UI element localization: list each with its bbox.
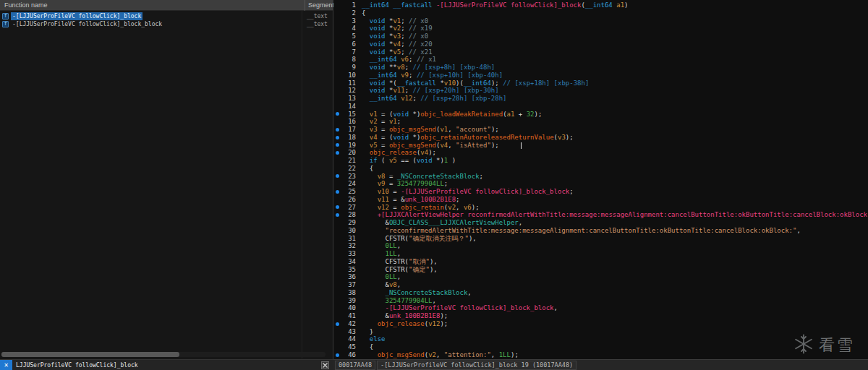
code-line[interactable]: 6 void *v4; // x20	[333, 40, 868, 48]
code-line[interactable]: 23 v8 = _NSConcreteStackBlock;	[333, 173, 868, 181]
code-line[interactable]: 19 v5 = objc_msgSend(v4, "isAtted");	[333, 142, 868, 150]
code-line[interactable]: 13 __int64 v12; // [xsp+28h] [xbp-28h]	[333, 95, 868, 103]
code-line[interactable]: 5 void *v3; // x0	[333, 33, 868, 40]
breakpoint-gutter[interactable]	[333, 40, 343, 48]
filter-input[interactable]: LJJUSerProfileVC followClick]_block	[12, 362, 321, 369]
breakpoint-dot[interactable]	[333, 142, 343, 150]
code-line[interactable]: 41 &unk_100B2B1E8);	[333, 312, 868, 320]
breakpoint-gutter[interactable]	[333, 258, 343, 266]
code-line[interactable]: 10 __int64 v9; // [xsp+10h] [xbp-40h]	[333, 72, 868, 79]
breakpoint-gutter[interactable]	[333, 48, 343, 56]
breakpoint-gutter[interactable]	[333, 273, 343, 281]
code-line[interactable]: 17 v3 = objc_msgSend(v1, "account");	[333, 126, 868, 134]
breakpoint-gutter[interactable]	[333, 118, 343, 126]
code-line[interactable]: 9 void **v8; // [xsp+8h] [xbp-48h]	[333, 64, 868, 72]
breakpoint-gutter[interactable]	[333, 242, 343, 250]
breakpoint-dot[interactable]	[333, 204, 343, 212]
breakpoint-gutter[interactable]	[333, 103, 343, 111]
breakpoint-gutter[interactable]	[333, 196, 343, 204]
code-line[interactable]: 25 v10 = -[LJJUSerProfileVC followClick]…	[333, 188, 868, 196]
breakpoint-dot[interactable]	[333, 173, 343, 181]
breakpoint-dot[interactable]	[333, 111, 343, 119]
code-line[interactable]: 3 void *v1; // x0	[333, 17, 868, 25]
breakpoint-gutter[interactable]	[333, 304, 343, 312]
breakpoint-gutter[interactable]	[333, 227, 343, 235]
breakpoint-gutter[interactable]	[333, 289, 343, 297]
breakpoint-gutter[interactable]	[333, 335, 343, 343]
code-line[interactable]: 36 0LL,	[333, 273, 868, 281]
breakpoint-gutter[interactable]	[333, 17, 343, 25]
breakpoint-dot[interactable]	[333, 188, 343, 196]
code-line[interactable]: 35 CFSTR("确定"),	[333, 266, 868, 274]
code-line[interactable]: 34 CFSTR("取消"),	[333, 258, 868, 266]
breakpoint-gutter[interactable]	[333, 250, 343, 258]
breakpoint-gutter[interactable]	[333, 328, 343, 336]
code-line[interactable]: 11 void *(__fastcall *v10)(__int64); // …	[333, 79, 868, 87]
breakpoint-dot[interactable]	[333, 211, 343, 219]
breakpoint-gutter[interactable]	[333, 33, 343, 40]
code-line[interactable]: 1__int64 __fastcall -[LJJUSerProFileVC f…	[333, 1, 868, 9]
code-line[interactable]: 32 0LL,	[333, 242, 868, 250]
breakpoint-gutter[interactable]	[333, 219, 343, 227]
filter-close-button[interactable]: ✕	[0, 360, 12, 370]
breakpoint-gutter[interactable]	[333, 9, 343, 17]
code-line[interactable]: 44 else	[333, 335, 868, 343]
code-line[interactable]: 24 v9 = 3254779904LL;	[333, 180, 868, 188]
breakpoint-gutter[interactable]	[333, 87, 343, 95]
code-line[interactable]: 33 1LL,	[333, 250, 868, 258]
function-list-item[interactable]: f-[LJJUSerProFileVC followClick]_block__…	[0, 12, 333, 20]
code-line[interactable]: 20 objc_release(v4);	[333, 149, 868, 157]
code-line[interactable]: 45 {	[333, 343, 868, 351]
breakpoint-gutter[interactable]	[333, 95, 343, 103]
code-line[interactable]: 29 &OBJC_CLASS___LJJXCAlertViewHelper,	[333, 219, 868, 227]
breakpoint-gutter[interactable]	[333, 72, 343, 79]
code-line[interactable]: 38 _NSConcreteStackBlock,	[333, 289, 868, 297]
code-line[interactable]: 40 -[LJJUSerProfileVC followClick]_block…	[333, 304, 868, 312]
filter-options-icon[interactable]	[321, 361, 331, 369]
breakpoint-gutter[interactable]	[333, 56, 343, 64]
breakpoint-dot[interactable]	[333, 351, 343, 359]
breakpoint-gutter[interactable]	[333, 312, 343, 320]
code-line[interactable]: 14	[333, 103, 868, 111]
breakpoint-gutter[interactable]	[333, 1, 343, 9]
code-line[interactable]: 8 __int64 v6; // x1	[333, 56, 868, 64]
breakpoint-gutter[interactable]	[333, 266, 343, 274]
breakpoint-gutter[interactable]	[333, 281, 343, 289]
code-line[interactable]: 12 void *v11; // [xsp+20h] [xbp-30h]	[333, 87, 868, 95]
code-line[interactable]: 21 if ( v5 == (void *)1 )	[333, 157, 868, 165]
breakpoint-dot[interactable]	[333, 320, 343, 328]
code-line[interactable]: 39 3254779904LL,	[333, 297, 868, 305]
code-line[interactable]: 46 objc_msgSend(v2, "attention:", 1LL);	[333, 351, 868, 359]
code-line[interactable]: 7 void *v5; // x21	[333, 48, 868, 56]
breakpoint-gutter[interactable]	[333, 180, 343, 188]
breakpoint-gutter[interactable]	[333, 165, 343, 173]
breakpoint-gutter[interactable]	[333, 64, 343, 72]
breakpoint-gutter[interactable]	[333, 235, 343, 243]
horizontal-scrollbar[interactable]	[1, 352, 326, 357]
code-line[interactable]: 26 v11 = &unk_100B2B1E8;	[333, 196, 868, 204]
code-line[interactable]: 37 &v8,	[333, 281, 868, 289]
pseudocode-view[interactable]: 1__int64 __fastcall -[LJJUSerProFileVC f…	[333, 0, 868, 359]
breakpoint-dot[interactable]	[333, 149, 343, 157]
column-header-function-name[interactable]: Function name	[0, 1, 48, 9]
code-line[interactable]: 15 v1 = (void *)objc_loadWeakRetained(a1…	[333, 111, 868, 119]
code-line[interactable]: 42 objc_release(v12);	[333, 320, 868, 328]
code-line[interactable]: 2{	[333, 9, 868, 17]
code-line[interactable]: 16 v2 = v1;	[333, 118, 868, 126]
code-line[interactable]: 31 CFSTR("确定取消关注吗？"),	[333, 235, 868, 243]
breakpoint-gutter[interactable]	[333, 343, 343, 351]
breakpoint-gutter[interactable]	[333, 79, 343, 87]
code-line[interactable]: 27 v12 = objc_retain(v2, v6);	[333, 204, 868, 212]
code-line[interactable]: 28 +[LJJXCAlertViewHelper reconfirmedAle…	[333, 211, 868, 219]
breakpoint-gutter[interactable]	[333, 25, 343, 33]
breakpoint-gutter[interactable]	[333, 297, 343, 305]
breakpoint-dot[interactable]	[333, 134, 343, 142]
code-line[interactable]: 43 }	[333, 328, 868, 336]
code-line[interactable]: 18 v4 = (void *)objc_retainAutoreleasedR…	[333, 134, 868, 142]
code-line[interactable]: 4 void *v2; // x19	[333, 25, 868, 33]
column-header-segment[interactable]: Segment	[305, 0, 334, 11]
function-list-item[interactable]: f-[LJJUSerProFileVC followClick]_block_b…	[0, 20, 333, 28]
scrollbar-thumb[interactable]	[1, 352, 179, 357]
code-line[interactable]: 22 {	[333, 165, 868, 173]
code-line[interactable]: 30 "reconfirmedAlertWithTitle:message:me…	[333, 227, 868, 235]
